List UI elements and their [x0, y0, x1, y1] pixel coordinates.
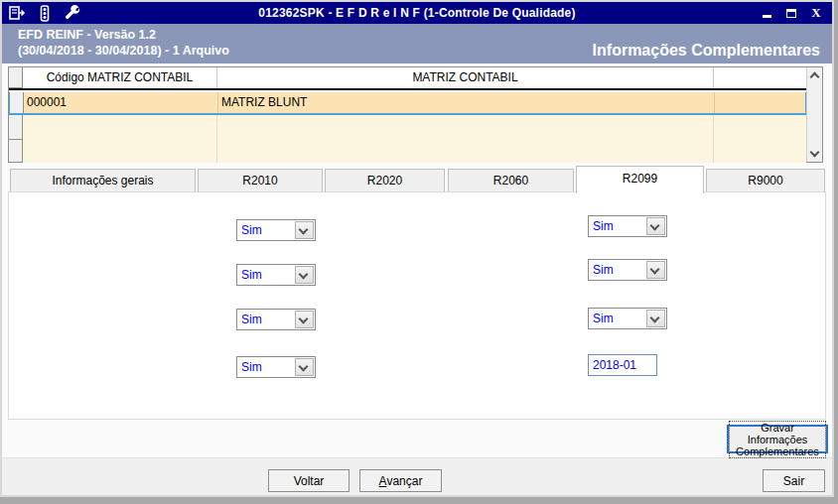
period-text: (30/04/2018 - 30/04/2018) - 1 Arquivo: [18, 44, 229, 58]
table-row-empty[interactable]: [9, 140, 806, 163]
select-value: Sim: [237, 310, 294, 329]
associacao-desportiva-select[interactable]: Sim: [236, 309, 316, 330]
row-selector[interactable]: [9, 140, 23, 163]
scroll-up-icon[interactable]: [810, 72, 820, 82]
tab-r2010[interactable]: R2010: [198, 169, 323, 192]
chevron-down-icon[interactable]: [295, 358, 314, 376]
prestou-servicos-select[interactable]: Sim: [236, 219, 316, 241]
cell-empty[interactable]: [217, 115, 714, 140]
cell-matriz[interactable]: MATRIZ BLUNT: [218, 92, 715, 113]
select-value: Sim: [589, 260, 645, 280]
grid-col-codigo-header[interactable]: Código MATRIZ CONTABIL: [23, 67, 217, 88]
contratou-servicos-select[interactable]: Sim: [236, 264, 316, 286]
wrench-icon[interactable]: [64, 4, 81, 22]
chevron-down-icon[interactable]: [295, 266, 314, 284]
header-band: EFD REINF - Versão 1.2 (30/04/2018 - 30/…: [2, 24, 832, 63]
competencia-input[interactable]: [588, 354, 657, 376]
close-button[interactable]: X: [808, 5, 824, 21]
app-version-text: EFD REINF - Versão 1.2: [18, 28, 156, 42]
voltar-label: Voltar: [294, 474, 325, 488]
tab-r2020[interactable]: R2020: [325, 169, 445, 192]
scroll-down-icon[interactable]: [810, 148, 820, 158]
app-window: 012362SPK - E F D R e I N F (1-Controle …: [0, 0, 838, 504]
row-selector[interactable]: [10, 92, 24, 113]
window-title: 012362SPK - E F D R e I N F (1-Controle …: [2, 6, 832, 20]
cell-codigo[interactable]: 000001: [24, 92, 218, 113]
chevron-down-icon[interactable]: [295, 311, 314, 328]
maximize-icon: [786, 9, 796, 18]
exit-form-icon[interactable]: [8, 4, 26, 22]
cell-empty[interactable]: [23, 115, 217, 140]
gravar-informacoes-button[interactable]: Gravar Informações Complementares: [727, 425, 828, 453]
grid-header-row: Código MATRIZ CONTABIL MATRIZ CONTABIL: [9, 67, 806, 90]
tab-informacoes-gerais[interactable]: Informações gerais: [10, 169, 196, 192]
grid-col-extra-header: [714, 67, 806, 88]
select-value: Sim: [237, 357, 294, 377]
sair-button[interactable]: Sair: [763, 469, 825, 492]
select-value: Sim: [237, 220, 294, 240]
chevron-down-icon[interactable]: [646, 310, 665, 327]
minimize-icon: [763, 15, 771, 18]
chevron-down-icon[interactable]: [646, 217, 665, 235]
pagamentos-diversos-select[interactable]: Sim: [588, 308, 667, 329]
chevron-down-icon[interactable]: [646, 261, 665, 279]
select-value: Sim: [589, 309, 645, 328]
avancar-button[interactable]: Avançar: [359, 469, 442, 492]
cell-extra[interactable]: [715, 92, 807, 113]
cell-empty[interactable]: [23, 140, 217, 163]
minimize-button[interactable]: [759, 5, 774, 21]
table-row-empty[interactable]: [9, 115, 806, 140]
sair-label: Sair: [783, 474, 804, 488]
chevron-down-icon[interactable]: [295, 221, 314, 239]
close-icon: X: [811, 5, 820, 21]
page-title: Informações Complementares: [593, 42, 820, 60]
repasses-select[interactable]: Sim: [236, 356, 316, 378]
grid-col-matriz-header[interactable]: MATRIZ CONTABIL: [217, 67, 714, 88]
table-row-selected[interactable]: 000001 MATRIZ BLUNT: [9, 92, 806, 115]
cell-empty[interactable]: [217, 140, 714, 163]
select-value: Sim: [237, 265, 294, 285]
row-selector[interactable]: [9, 115, 23, 140]
gravar-informacoes-label: Gravar Informações Complementares: [729, 421, 826, 458]
title-bar: 012362SPK - E F D R e I N F (1-Controle …: [2, 2, 832, 24]
cell-empty[interactable]: [714, 140, 806, 163]
tab-r2060[interactable]: R2060: [448, 169, 574, 192]
cprb-select[interactable]: Sim: [588, 259, 667, 281]
grid-scrollbar[interactable]: [806, 67, 822, 162]
matriz-grid: Código MATRIZ CONTABIL MATRIZ CONTABIL 0…: [8, 66, 823, 163]
avancar-label: Avançar: [379, 474, 423, 488]
grid-selector-header: [9, 67, 23, 88]
tab-panel-r2099: [8, 191, 826, 420]
select-value: Sim: [589, 216, 645, 236]
tab-r9000[interactable]: R9000: [706, 169, 825, 192]
maximize-button[interactable]: [783, 5, 799, 21]
cell-empty[interactable]: [714, 115, 806, 140]
tab-r2099[interactable]: R2099: [576, 166, 704, 193]
produtor-rural-select[interactable]: Sim: [588, 215, 667, 237]
voltar-button[interactable]: Voltar: [268, 469, 349, 492]
traffic-light-icon[interactable]: [36, 4, 54, 22]
